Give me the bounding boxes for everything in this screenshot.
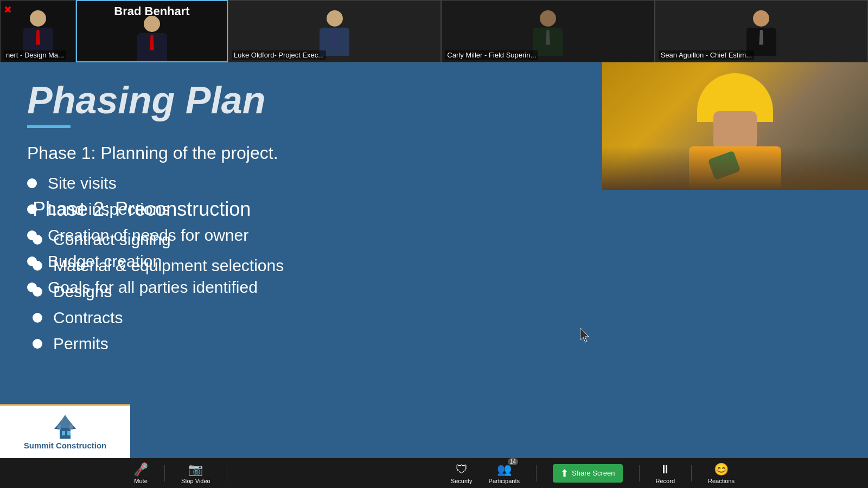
stop-video-button[interactable]: 📷 Stop Video <box>181 463 210 484</box>
phase2-bullet-text-1: Contract signing <box>53 230 171 249</box>
participants-icon: 👥 14 <box>497 463 512 477</box>
svg-rect-2 <box>67 431 71 435</box>
video-bar: ✖ nert - Design Ma... Brad Benhart Brad … <box>0 0 868 62</box>
mute-icon-toolbar: 🎤 ╱ <box>133 463 148 477</box>
svg-rect-4 <box>58 425 61 430</box>
participant-name-brad: Brad Benhart <box>77 4 227 18</box>
logo-area: Summit Construction <box>0 404 130 458</box>
slide-accent-line <box>27 125 71 128</box>
share-screen-button[interactable]: ⬆ Share Screen <box>553 464 623 483</box>
security-label: Security <box>451 478 473 484</box>
divider-3 <box>536 465 537 481</box>
reactions-icon: 😊 <box>714 463 729 477</box>
record-icon: ⏸ <box>659 463 671 477</box>
svg-rect-1 <box>62 431 65 435</box>
worker-visual <box>602 62 868 190</box>
participants-button[interactable]: 👥 14 Participants <box>489 463 520 484</box>
participant-label-5: Sean Aguillon - Chief Estim... <box>659 50 754 60</box>
construction-image <box>602 62 868 190</box>
participants-count: 14 <box>508 458 518 465</box>
phase2-heading: Phase 2: Preconstruction <box>33 198 407 221</box>
phase2-bullet-text-3: Designs <box>53 282 112 301</box>
security-button[interactable]: 🛡 Security <box>451 463 473 484</box>
svg-rect-5 <box>69 425 73 430</box>
phase2-bullet-item-2: Material & equipment selections <box>33 256 407 275</box>
mute-icon: ✖ <box>4 4 12 16</box>
share-icon: ⬆ <box>560 467 569 479</box>
phase2-bullet-list: Contract signing Material & equipment se… <box>33 230 407 353</box>
participants-label: Participants <box>489 478 520 484</box>
mute-label: Mute <box>134 478 147 484</box>
toolbar-center-group: 🛡 Security 👥 14 Participants ⬆ Share Scr… <box>451 463 735 484</box>
video-icon: 📷 <box>188 463 203 477</box>
phase2-bullet-dot-1 <box>33 235 42 245</box>
summit-logo-svg <box>49 414 81 441</box>
phase2-bullet-item-4: Contracts <box>33 309 407 327</box>
reactions-label: Reactions <box>708 478 735 484</box>
toolbar-left-group: 🎤 ╱ Mute 📷 Stop Video <box>133 463 227 484</box>
participant-label-1: nert - Design Ma... <box>4 50 66 60</box>
mute-button[interactable]: 🎤 ╱ Mute <box>133 463 148 484</box>
participant-label-4: Carly Miller - Field Superin... <box>445 50 538 60</box>
phase2-bullet-item-5: Permits <box>33 335 407 353</box>
phase2-bullet-item-3: Designs <box>33 282 407 301</box>
slide-partial-title: Phasing Plan <box>27 79 575 122</box>
phase2-bullet-dot-3 <box>33 287 42 297</box>
bullet-item-1: Site visits <box>27 174 575 192</box>
divider-4 <box>639 465 640 481</box>
toolbar: 🎤 ╱ Mute 📷 Stop Video 🛡 Security 👥 14 Pa… <box>0 458 868 488</box>
phase2-bullet-text-4: Contracts <box>53 309 123 327</box>
phase2-bullet-text-2: Material & equipment selections <box>53 256 284 275</box>
phase2-bullet-item-1: Contract signing <box>33 230 407 249</box>
phase2-content: Phase 2: Preconstruction Contract signin… <box>0 198 407 361</box>
bullet-dot-1 <box>27 178 37 188</box>
video-tile-1[interactable]: ✖ nert - Design Ma... <box>0 0 76 62</box>
share-label: Share Screen <box>572 469 615 477</box>
video-tile-3[interactable]: Luke Oldford- Project Exec... <box>228 0 441 62</box>
participant-label-3: Luke Oldford- Project Exec... <box>232 50 326 60</box>
divider-5 <box>691 465 692 481</box>
video-label: Stop Video <box>181 478 210 484</box>
phase2-bullet-dot-2 <box>33 261 42 271</box>
phase2-bullet-text-5: Permits <box>53 335 108 353</box>
divider-1 <box>164 465 165 481</box>
reactions-button[interactable]: 😊 Reactions <box>708 463 735 484</box>
phase2-bullet-dot-5 <box>33 339 42 349</box>
bullet-text-1: Site visits <box>48 174 117 192</box>
phase2-bullet-dot-4 <box>33 313 42 323</box>
security-icon: 🛡 <box>456 463 468 477</box>
video-tile-5[interactable]: Sean Aguillon - Chief Estim... <box>655 0 868 62</box>
record-label: Record <box>656 478 675 484</box>
video-tile-4[interactable]: Carly Miller - Field Superin... <box>441 0 654 62</box>
logo-text: Summit Construction <box>24 441 107 450</box>
phase1-heading: Phase 1: Planning of the project. <box>27 143 575 163</box>
divider-2 <box>227 465 227 481</box>
video-tile-2[interactable]: Brad Benhart Brad Benhart <box>76 0 228 62</box>
presentation-area: Phasing Plan Phase 1: Planning of the pr… <box>0 62 868 458</box>
record-button[interactable]: ⏸ Record <box>656 463 675 484</box>
